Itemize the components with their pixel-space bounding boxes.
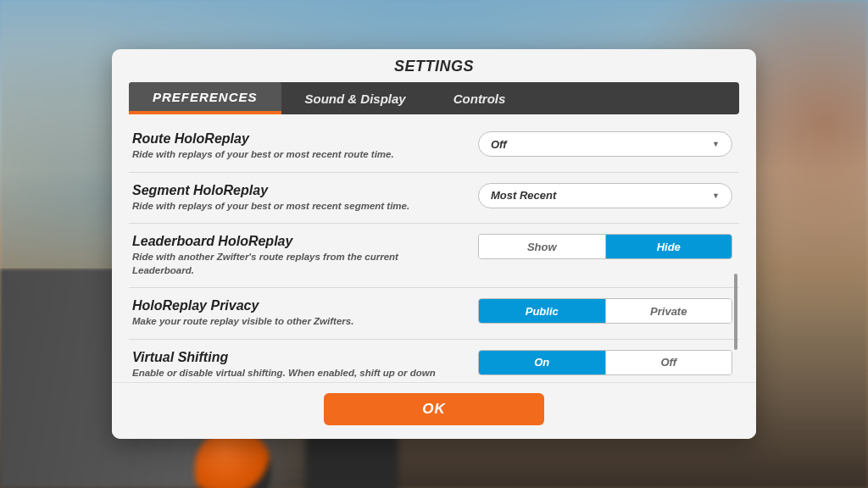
- route-holoreplay-dropdown[interactable]: Off ▼: [478, 131, 732, 157]
- virtual-shifting-toggle: On Off: [478, 350, 732, 375]
- virtual-shifting-off-button[interactable]: Off: [605, 351, 732, 374]
- setting-control: Show Hide: [478, 234, 732, 259]
- setting-desc: Ride with replays of your best or most r…: [132, 148, 458, 162]
- chevron-down-icon: ▼: [712, 191, 720, 200]
- setting-title: Virtual Shifting: [132, 350, 458, 365]
- setting-title: Leaderboard HoloReplay: [132, 234, 458, 249]
- tab-sound-display[interactable]: Sound & Display: [281, 82, 430, 114]
- setting-row-holoreplay-privacy: HoloReplay Privacy Make your route repla…: [129, 288, 739, 340]
- setting-desc: Enable or disable virtual shifting. When…: [132, 367, 458, 382]
- setting-control: On Off: [478, 350, 732, 375]
- privacy-private-button[interactable]: Private: [605, 299, 732, 323]
- setting-desc: Ride with replays of your best or most r…: [132, 200, 458, 214]
- setting-text: Virtual Shifting Enable or disable virtu…: [132, 350, 458, 382]
- setting-title: HoloReplay Privacy: [132, 298, 458, 313]
- leaderboard-holoreplay-toggle: Show Hide: [478, 234, 732, 259]
- setting-row-leaderboard-holoreplay: Leaderboard HoloReplay Ride with another…: [129, 224, 739, 288]
- panel-title: SETTINGS: [112, 49, 756, 82]
- settings-panel: SETTINGS PREFERENCES Sound & Display Con…: [112, 49, 756, 439]
- leaderboard-hide-button[interactable]: Hide: [605, 235, 732, 258]
- setting-desc: Make your route replay visible to other …: [132, 315, 458, 329]
- setting-control: Most Recent ▼: [478, 183, 732, 208]
- setting-control: Public Private: [478, 298, 732, 324]
- dropdown-value: Most Recent: [491, 189, 556, 202]
- setting-text: Segment HoloReplay Ride with replays of …: [132, 183, 458, 214]
- ok-button[interactable]: OK: [324, 393, 544, 425]
- leaderboard-show-button[interactable]: Show: [479, 235, 605, 258]
- tab-bar: PREFERENCES Sound & Display Controls: [129, 82, 739, 114]
- dropdown-value: Off: [491, 138, 507, 151]
- segment-holoreplay-dropdown[interactable]: Most Recent ▼: [478, 183, 732, 208]
- tab-label: Sound & Display: [305, 92, 406, 106]
- setting-row-route-holoreplay: Route HoloReplay Ride with replays of yo…: [129, 121, 739, 173]
- setting-title: Route HoloReplay: [132, 131, 458, 147]
- setting-text: HoloReplay Privacy Make your route repla…: [132, 298, 458, 329]
- tab-controls[interactable]: Controls: [430, 82, 530, 114]
- virtual-shifting-on-button[interactable]: On: [479, 351, 605, 374]
- privacy-toggle: Public Private: [478, 298, 732, 324]
- chevron-down-icon: ▼: [712, 140, 720, 148]
- scrollbar-thumb[interactable]: [734, 274, 737, 350]
- tab-preferences[interactable]: PREFERENCES: [129, 82, 281, 114]
- setting-title: Segment HoloReplay: [132, 183, 458, 198]
- setting-control: Off ▼: [478, 131, 732, 157]
- setting-row-segment-holoreplay: Segment HoloReplay Ride with replays of …: [129, 173, 739, 225]
- setting-text: Route HoloReplay Ride with replays of yo…: [132, 131, 458, 162]
- panel-footer: OK: [112, 382, 756, 439]
- setting-desc: Ride with another Zwifter's route replay…: [132, 251, 458, 277]
- setting-text: Leaderboard HoloReplay Ride with another…: [132, 234, 458, 277]
- setting-row-virtual-shifting: Virtual Shifting Enable or disable virtu…: [129, 340, 739, 382]
- settings-list[interactable]: Route HoloReplay Ride with replays of yo…: [129, 121, 739, 382]
- privacy-public-button[interactable]: Public: [479, 299, 605, 323]
- tab-label: PREFERENCES: [153, 90, 258, 104]
- tab-label: Controls: [453, 92, 506, 106]
